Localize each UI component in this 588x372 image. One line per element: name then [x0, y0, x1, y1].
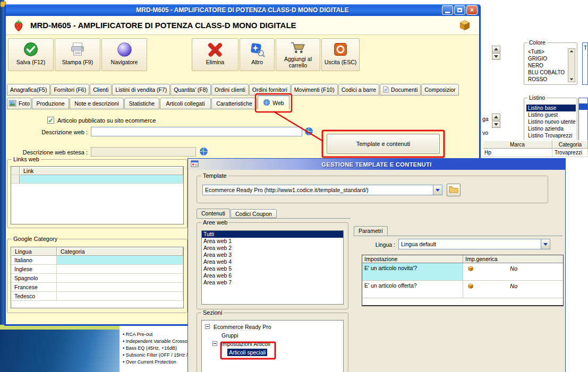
list-item[interactable]: ROSSO — [526, 76, 566, 83]
background-spinner-colore[interactable] — [492, 46, 500, 60]
spin-up-icon[interactable] — [492, 46, 500, 53]
tab-listini-vendita[interactable]: Listini di vendita (F7) — [112, 84, 170, 96]
list-item[interactable]: NERO — [526, 62, 566, 69]
tree-node-articoli-speciali[interactable]: Articoli speciali — [227, 348, 267, 356]
list-item[interactable]: <Tutti> — [526, 48, 566, 55]
descrizione-web-input[interactable] — [91, 127, 302, 136]
categoria-column-header[interactable]: Categoria — [552, 140, 588, 149]
collapse-icon[interactable] — [205, 324, 210, 329]
list-item-selected[interactable]: Listino base — [526, 105, 576, 111]
scroll-up-icon[interactable] — [570, 50, 573, 53]
lingua-cell[interactable]: Inglese — [11, 265, 57, 274]
ecommerce-publish-checkbox[interactable] — [47, 117, 54, 124]
table-row[interactable]: Francese — [11, 283, 183, 292]
imp-generica-column-header[interactable]: Imp.generica — [463, 255, 563, 263]
tab-produzione[interactable]: Produzione — [32, 98, 69, 109]
link-cell-selected[interactable] — [20, 175, 183, 184]
tab-codici-coupon[interactable]: Codici Coupon — [231, 209, 277, 218]
imp-generica-cell[interactable]: No — [463, 263, 563, 281]
spin-up-icon[interactable] — [492, 114, 500, 120]
list-item[interactable]: Area web 6 — [202, 272, 343, 279]
template-combobox[interactable]: Ecommerce Ready Pro (http://www1.codice.… — [202, 185, 442, 195]
impostazione-cell[interactable]: E' un articolo offerta? — [362, 281, 463, 298]
colore-list[interactable]: <Tutti> GRIGIO NERO BLU COBALTO ROSSO — [526, 48, 566, 83]
close-button[interactable] — [466, 5, 478, 15]
table-row[interactable]: Inglese — [11, 265, 183, 274]
tab-codici-barre[interactable]: Codici a barre — [338, 84, 379, 96]
list-item[interactable]: GRIGIO — [526, 55, 566, 62]
list-item[interactable]: Area web 3 — [202, 252, 343, 258]
dialog-titlebar[interactable]: GESTIONE TEMPLATE E CONTENUTI — [188, 159, 565, 170]
sezioni-tree[interactable]: Ecommerce Ready Pro Gruppi Impostazioni … — [201, 320, 344, 372]
tab-ordini-clienti[interactable]: Ordini clienti — [211, 84, 249, 96]
table-row[interactable]: E' un articolo offerta? No — [362, 281, 563, 298]
tree-node-root[interactable]: Ecommerce Ready Pro — [205, 323, 273, 331]
table-row[interactable]: Hp Trovaprezzi — [482, 149, 588, 157]
globe-icon[interactable] — [304, 127, 313, 137]
table-row[interactable] — [11, 175, 183, 184]
window-titlebar[interactable]: MRD-M605 - AMPLIFICATORE DI POTENZA CLAS… — [4, 4, 481, 16]
tab-articoli-collegati[interactable]: Articoli collegati — [160, 98, 211, 109]
list-item[interactable]: Listino guest — [526, 111, 576, 118]
tab-foto[interactable]: Foto — [7, 98, 31, 109]
tab-parametri[interactable]: Parametri — [354, 226, 388, 236]
list-item[interactable]: Area web 7 — [202, 279, 343, 286]
categoria-cell[interactable] — [57, 283, 183, 292]
aggiungi-carrello-button[interactable]: Aggiungi al carrello — [276, 38, 320, 71]
lingua-column-header[interactable]: Lingua — [11, 247, 57, 256]
categoria-cell[interactable] — [57, 274, 183, 283]
tree-node-gruppi[interactable]: Gruppi — [220, 331, 240, 339]
tab-statistiche[interactable]: Statistiche — [124, 98, 159, 109]
maximize-button[interactable] — [454, 5, 465, 15]
minimize-button[interactable] — [442, 5, 453, 15]
list-item[interactable]: Area web 4 — [202, 258, 343, 265]
categoria-cell[interactable] — [57, 292, 183, 301]
lingua-cell[interactable]: Italiano — [11, 256, 57, 265]
table-row[interactable]: E' un articolo novita'? No — [362, 263, 563, 281]
tab-documenti[interactable]: Documenti — [380, 84, 421, 96]
tab-web[interactable]: Web — [258, 96, 289, 109]
tab-caratteristiche[interactable]: Caratteristiche — [211, 98, 257, 109]
spin-down-icon[interactable] — [492, 53, 500, 60]
imp-generica-cell[interactable]: No — [463, 281, 563, 298]
chevron-down-icon[interactable] — [541, 239, 550, 249]
aree-web-listbox[interactable]: Tutti Area web 1 Area web 2 Area web 3 A… — [201, 230, 344, 305]
impostazione-cell-selected[interactable]: E' un articolo novita'? — [362, 263, 463, 281]
tree-node-impostazioni-articoli[interactable]: Impostazioni Articoli — [212, 340, 272, 348]
template-contenuti-button[interactable]: Template e contenuti — [327, 134, 440, 154]
table-row[interactable]: Tedesco — [11, 292, 183, 301]
descrizione-web-estesa-input[interactable] — [91, 147, 196, 157]
tab-fornitori[interactable]: Fornitori (F6) — [50, 84, 89, 96]
list-item[interactable]: Area web 1 — [202, 238, 343, 245]
tab-quantita[interactable]: Quantita' (F8) — [171, 84, 211, 96]
lingua-combobox[interactable]: Lingua default — [398, 239, 550, 249]
listino-list[interactable]: Listino base Listino guest Listino nuovo… — [526, 105, 576, 139]
table-row[interactable]: Spagnolo — [11, 274, 183, 283]
categoria-cell[interactable] — [57, 265, 183, 274]
chevron-down-icon[interactable] — [433, 185, 442, 195]
navigatore-button[interactable]: Navigatore — [101, 38, 147, 71]
globe-icon[interactable] — [199, 147, 208, 157]
lingua-cell[interactable]: Francese — [11, 283, 57, 292]
lingua-cell[interactable]: Tedesco — [11, 292, 57, 301]
tab-ordini-fornitori[interactable]: Ordini fornitori — [249, 84, 291, 96]
scroll-down-icon[interactable] — [570, 79, 573, 81]
colore-scrollbar[interactable] — [568, 48, 575, 82]
list-item[interactable]: Listino azienda — [526, 125, 576, 132]
list-item-selected[interactable]: Tutti — [202, 231, 343, 238]
list-item[interactable]: Listino Trovaprezzi — [526, 132, 576, 139]
list-item[interactable]: Listino nuovo utente — [526, 118, 576, 125]
background-spinner-listino[interactable] — [492, 114, 500, 128]
tab-note-descrizioni[interactable]: Note e descrizioni — [70, 98, 124, 109]
list-item[interactable]: BLU COBALTO — [526, 69, 566, 76]
collapse-icon[interactable] — [212, 341, 217, 346]
marca-column-header[interactable]: Marca — [482, 140, 552, 149]
categoria-cell-selected[interactable] — [57, 256, 183, 265]
spin-down-icon[interactable] — [492, 121, 500, 128]
link-column-header[interactable]: Link — [20, 167, 183, 175]
tab-anagrafica[interactable]: Anagrafica(F5) — [7, 84, 50, 96]
tab-composizioni[interactable]: Composizior — [421, 84, 458, 96]
impostazione-column-header[interactable]: Impostazione — [362, 255, 463, 263]
altro-button[interactable]: Altro — [240, 38, 275, 71]
stampa-button[interactable]: Stampa (F9) — [55, 38, 100, 71]
